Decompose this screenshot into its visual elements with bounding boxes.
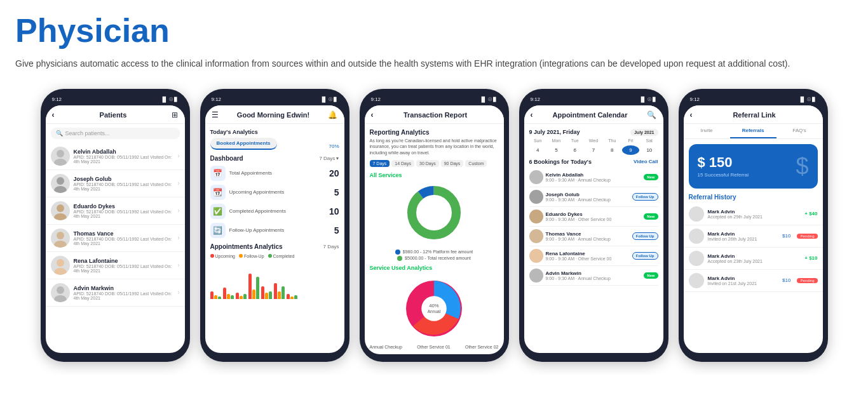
ref-date-3: Invited on 21st July 2021 bbox=[708, 281, 779, 286]
cal-date-9-today[interactable]: 9 bbox=[622, 145, 639, 155]
cal-day-wed: Wed bbox=[585, 138, 602, 143]
calendar-screen: ‹ Appointment Calendar 🔍 9 July 2021, Fr… bbox=[524, 105, 663, 353]
reporting-desc: As long as you're Canadian-licensed and … bbox=[370, 138, 499, 156]
search-icon: 🔍 bbox=[56, 130, 63, 136]
dashboard-period: 7 Days ▾ bbox=[319, 156, 339, 161]
ref-history-3: Mark Advin Invited on 21st July 2021 $10… bbox=[684, 270, 823, 292]
bar-followup-7 bbox=[290, 296, 294, 299]
cal-date-8[interactable]: 8 bbox=[604, 145, 621, 155]
booking-0[interactable]: Kelvin Abdallah 9:00 - 9:30 AM · Annual … bbox=[529, 168, 658, 187]
cal-date-10[interactable]: 10 bbox=[641, 145, 658, 155]
bell-icon[interactable]: 🔔 bbox=[328, 110, 337, 119]
booking-1[interactable]: Joseph Golub 9:00 - 9:30 AM · Annual Che… bbox=[529, 187, 658, 207]
dashboard-greeting: Good Morning Edwin! bbox=[237, 111, 309, 119]
ref-card-content: $ 150 15 Successful Referral bbox=[698, 154, 749, 178]
ref-history-0: Mark Advin Accepted on 29th July 2021 + … bbox=[684, 203, 823, 225]
booking-badge-0: New bbox=[644, 174, 658, 180]
cal-day-mon: Mon bbox=[548, 138, 565, 143]
patient-row-2[interactable]: Eduardo Dykes APID: 5218740 DOB: 05/11/1… bbox=[46, 197, 185, 225]
status-icons-1: ▐▌ ⦾ ▊ bbox=[161, 96, 179, 103]
booking-name-4: Rena Lafontaine bbox=[546, 251, 630, 256]
patient-row-5[interactable]: Advin Markwin APID: 5218740 DOB: 05/11/1… bbox=[46, 279, 185, 307]
filter-7days[interactable]: 7 Days bbox=[370, 160, 390, 167]
referral-tabs: Invite Referrals FAQ's bbox=[684, 124, 823, 139]
filter-90days[interactable]: 90 Days bbox=[441, 160, 464, 167]
search-bar[interactable]: 🔍 Search patients... bbox=[51, 128, 180, 139]
patient-info-4: Rena Lafontaine APID: 5218740 DOB: 05/11… bbox=[74, 258, 174, 273]
filter-14days[interactable]: 14 Days bbox=[391, 160, 414, 167]
booking-3[interactable]: Thomas Vance 9:00 - 9:30 AM · Annual Che… bbox=[529, 227, 658, 246]
bar-followup-5 bbox=[265, 293, 268, 299]
ref-history-1: Mark Advin Invited on 26th July 2021 $10… bbox=[684, 225, 823, 248]
patients-title: Patients bbox=[100, 111, 127, 119]
search-icon-cal[interactable]: 🔍 bbox=[647, 110, 656, 119]
patient-name-3: Thomas Vance bbox=[74, 230, 174, 237]
ref-person-1: Mark Advin bbox=[708, 231, 779, 237]
phone-patients: 9:12 ▐▌ ⦾ ▊ ‹ Patients ⊞ 🔍 Search patien… bbox=[41, 89, 190, 362]
patient-name-2: Eduardo Dykes bbox=[74, 203, 174, 210]
back-icon-ref[interactable]: ‹ bbox=[690, 110, 693, 119]
cal-week-days: Sun Mon Tue Wed Thu Fri Sat bbox=[529, 138, 658, 143]
upcoming-appt-label: Upcoming Appointments bbox=[229, 189, 330, 195]
back-icon[interactable]: ‹ bbox=[52, 110, 55, 119]
cal-date-5[interactable]: 5 bbox=[548, 145, 565, 155]
booked-pct: 70% bbox=[329, 143, 339, 149]
svg-point-6 bbox=[57, 232, 64, 239]
menu-icon[interactable]: ☰ bbox=[212, 110, 219, 119]
booking-4[interactable]: Rena Lafontaine 9:00 - 9:30 AM · Other S… bbox=[529, 246, 658, 266]
donut-legend: $980.00 - 12% Platform fee amount $5000.… bbox=[370, 249, 499, 261]
bar-completed-3 bbox=[243, 294, 247, 299]
bar-followup-3 bbox=[240, 296, 243, 299]
patient-row-3[interactable]: Thomas Vance APID: 5218740 DOB: 05/11/19… bbox=[46, 225, 185, 252]
patient-info-5: Advin Markwin APID: 5218740 DOB: 05/11/1… bbox=[74, 285, 174, 300]
patient-meta-1: APID: 5218740 DOB: 05/11/1992 Last Visit… bbox=[74, 182, 174, 191]
filter-custom[interactable]: Custom bbox=[465, 160, 487, 167]
patient-info-2: Eduardo Dykes APID: 5218740 DOB: 05/11/1… bbox=[74, 203, 174, 218]
calendar-title: Appointment Calendar bbox=[553, 111, 628, 119]
phones-row: 9:12 ▐▌ ⦾ ▊ ‹ Patients ⊞ 🔍 Search patien… bbox=[15, 89, 853, 362]
upcoming-appt-icon: 📆 bbox=[210, 185, 226, 200]
back-icon-cal[interactable]: ‹ bbox=[531, 110, 533, 119]
tab-referrals[interactable]: Referrals bbox=[730, 124, 776, 138]
patient-meta-5: APID: 5218740 DOB: 05/11/1992 Last Visit… bbox=[74, 291, 174, 300]
legend-upcoming-label: Upcoming bbox=[215, 254, 236, 258]
bar-group-5 bbox=[261, 286, 272, 299]
all-services-label: All Services bbox=[370, 172, 499, 178]
booking-avatar-0 bbox=[529, 170, 543, 184]
booking-2[interactable]: Eduardo Dykes 9:00 - 9:30 AM · Other Ser… bbox=[529, 207, 658, 227]
cal-date-6[interactable]: 6 bbox=[566, 145, 583, 155]
tab-invite[interactable]: Invite bbox=[684, 124, 730, 138]
patient-row-1[interactable]: Joseph Golub APID: 5218740 DOB: 05/11/19… bbox=[46, 170, 185, 197]
patient-row-0[interactable]: Kelvin Abdallah APID: 5218740 DOB: 05/11… bbox=[46, 143, 185, 170]
ref-amount-1: $10 bbox=[782, 233, 790, 239]
cal-day-thu: Thu bbox=[604, 138, 621, 143]
cal-month-badge: July 2021 bbox=[630, 129, 658, 136]
chevron-icon-0: › bbox=[177, 152, 179, 159]
dollar-icon: $ bbox=[796, 153, 808, 180]
tab-faqs[interactable]: FAQ's bbox=[776, 124, 823, 138]
booked-pill[interactable]: Booked Appointments bbox=[210, 138, 277, 150]
status-bar-2: 9:12 ▐▌ ⦾ ▊ bbox=[205, 96, 344, 103]
svg-point-5 bbox=[54, 213, 67, 220]
booking-info-2: Eduardo Dykes 9:00 - 9:30 AM · Other Ser… bbox=[546, 211, 642, 222]
referral-card: $ 150 15 Successful Referral $ bbox=[689, 144, 818, 189]
patient-avatar-3 bbox=[51, 229, 70, 248]
filter-icon[interactable]: ⊞ bbox=[172, 110, 178, 119]
booking-avatar-1 bbox=[529, 190, 543, 204]
svg-point-10 bbox=[57, 286, 64, 294]
booking-5[interactable]: Advin Markwin 9:00 - 9:30 AM · Annual Ch… bbox=[529, 266, 658, 286]
filter-30days[interactable]: 30 Days bbox=[416, 160, 439, 167]
ref-date-2: Accepted on 23th July 2021 bbox=[708, 259, 801, 263]
patient-name-5: Advin Markwin bbox=[74, 285, 174, 291]
patient-row-4[interactable]: Rena Lafontaine APID: 5218740 DOB: 05/11… bbox=[46, 252, 185, 279]
legend-completed: Completed bbox=[268, 254, 295, 258]
cal-date-7[interactable]: 7 bbox=[585, 145, 602, 155]
booking-time-5: 9:00 - 9:30 AM · Annual Checkup bbox=[546, 276, 642, 281]
date-filters: 7 Days 14 Days 30 Days 90 Days Custom bbox=[370, 160, 499, 167]
back-icon-transaction[interactable]: ‹ bbox=[371, 110, 374, 119]
cal-date-4[interactable]: 4 bbox=[529, 145, 546, 155]
dashboard-header: ☰ Good Morning Edwin! 🔔 bbox=[205, 105, 344, 124]
dashboard-section-header: Dashboard 7 Days ▾ bbox=[210, 155, 339, 162]
svg-point-11 bbox=[54, 295, 67, 302]
booking-name-2: Eduardo Dykes bbox=[546, 211, 642, 217]
